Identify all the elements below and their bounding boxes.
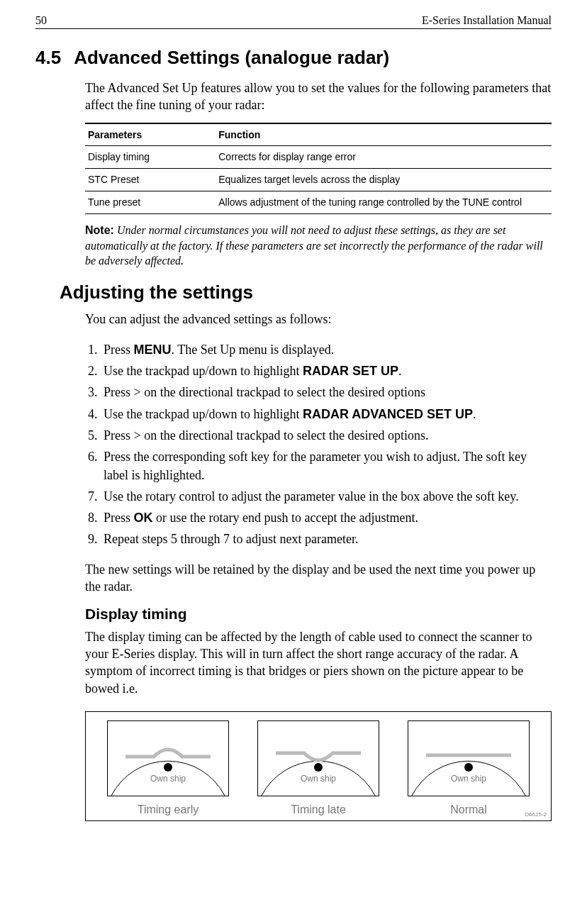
page-number: 50	[35, 14, 47, 27]
svg-point-1	[314, 763, 323, 772]
diagram-cell-late: Own ship Timing late	[244, 720, 393, 816]
th-parameters: Parameters	[85, 123, 216, 146]
diagram-cell-early: Own ship Timing early	[94, 720, 242, 816]
display-timing-heading: Display timing	[85, 606, 552, 623]
table-row: Display timing Corrects for display rang…	[85, 146, 552, 169]
td-param: Tune preset	[85, 191, 216, 214]
section-number: 4.5	[35, 47, 61, 69]
display-timing-text: The display timing can be affected by th…	[85, 628, 552, 697]
td-function: Allows adjustment of the tuning range co…	[216, 191, 552, 214]
doc-title: E-Series Installation Manual	[422, 14, 552, 27]
timing-diagram: Own ship Timing early Own ship Timing la…	[85, 711, 552, 821]
list-item: Repeat steps 5 through 7 to adjust next …	[101, 530, 552, 548]
timing-normal-svg: Own ship	[408, 720, 530, 796]
table-row: Tune preset Allows adjustment of the tun…	[85, 191, 552, 214]
svg-point-0	[164, 763, 172, 772]
table-header-row: Parameters Function	[85, 123, 552, 146]
th-function: Function	[216, 123, 552, 146]
list-item: Press > on the directional trackpad to s…	[101, 383, 552, 401]
caption-early: Timing early	[94, 803, 242, 816]
caption-normal: Normal	[394, 803, 543, 816]
list-item: Press > on the directional trackpad to s…	[101, 426, 552, 445]
adjusting-intro: You can adjust the advanced settings as …	[85, 311, 552, 328]
steps-list: Press MENU. The Set Up menu is displayed…	[85, 340, 552, 548]
td-function: Corrects for display range error	[216, 146, 552, 169]
list-item: Press MENU. The Set Up menu is displayed…	[101, 340, 552, 359]
note-label: Note:	[85, 224, 114, 236]
note-block: Note: Under normal circumstances you wil…	[85, 223, 552, 269]
adjusting-heading: Adjusting the settings	[60, 282, 552, 304]
diagram-cell-normal: Own ship Normal	[394, 720, 543, 816]
list-item: Use the trackpad up/down to highlight RA…	[101, 405, 552, 423]
caption-late: Timing late	[244, 803, 393, 816]
section-title: Advanced Settings (analogue radar)	[74, 47, 389, 69]
intro-paragraph: The Advanced Set Up features allow you t…	[85, 79, 552, 114]
svg-point-3	[464, 763, 473, 772]
list-item: Press OK or use the rotary end push to a…	[101, 508, 552, 527]
table-row: STC Preset Equalizes target levels acros…	[85, 169, 552, 191]
td-param: STC Preset	[85, 169, 216, 191]
ownship-label: Own ship	[150, 774, 186, 784]
ownship-label: Own ship	[301, 774, 336, 784]
list-item: Use the trackpad up/down to highlight RA…	[101, 362, 552, 380]
list-item: Use the rotary control to adjust the par…	[101, 487, 552, 506]
parameters-table: Parameters Function Display timing Corre…	[85, 123, 552, 215]
list-item: Press the corresponding soft key for the…	[101, 447, 552, 484]
figure-reference: D6625-2	[525, 811, 547, 818]
timing-late-svg: Own ship	[257, 720, 379, 796]
timing-early-svg: Own ship	[107, 720, 229, 796]
td-function: Equalizes target levels across the displ…	[216, 169, 552, 191]
note-text: Under normal circumstances you will not …	[85, 224, 543, 267]
td-param: Display timing	[85, 146, 216, 169]
adjusting-after: The new settings will be retained by the…	[85, 561, 552, 596]
ownship-label: Own ship	[451, 774, 486, 784]
